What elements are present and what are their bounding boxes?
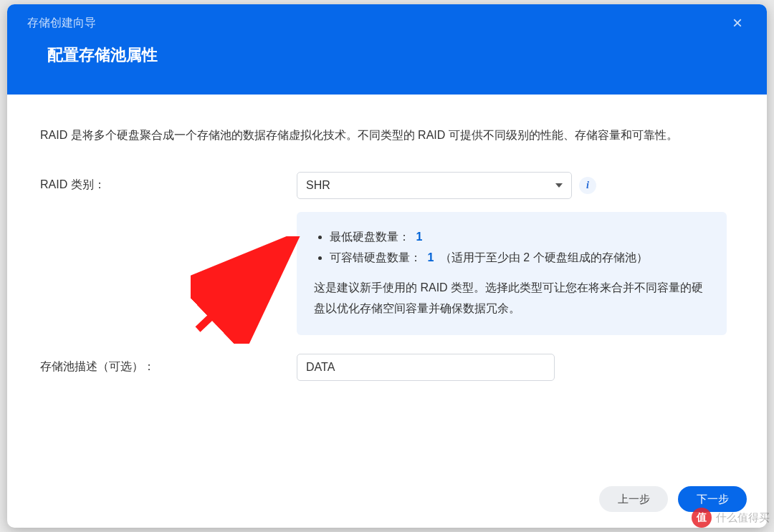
info-fault-note: （适用于至少由 2 个硬盘组成的存储池）	[440, 251, 648, 263]
chevron-down-icon	[555, 183, 563, 188]
page-title: 配置存储池属性	[27, 42, 747, 66]
info-fault-label: 可容错硬盘数量：	[330, 251, 421, 263]
raid-type-select[interactable]: SHR	[297, 172, 572, 199]
desc-control	[297, 354, 734, 381]
desc-label: 存储池描述（可选）：	[40, 354, 297, 374]
raid-row: RAID 类别： SHR i 最低硬盘数量： 1 可容错硬盘数量：	[40, 172, 734, 335]
desc-row: 存储池描述（可选）：	[40, 354, 734, 381]
raid-selected-value: SHR	[306, 179, 330, 192]
header-top-bar: 存储创建向导 ×	[27, 4, 747, 42]
pool-description-input[interactable]	[297, 354, 555, 381]
wizard-body: RAID 是将多个硬盘聚合成一个存储池的数据存储虚拟化技术。不同类型的 RAID…	[7, 95, 767, 478]
info-fault-disks: 可容错硬盘数量： 1 （适用于至少由 2 个硬盘组成的存储池）	[330, 247, 710, 269]
wizard-header: 存储创建向导 × 配置存储池属性	[7, 4, 767, 95]
close-icon[interactable]: ×	[728, 11, 747, 34]
info-fault-value: 1	[424, 251, 436, 263]
raid-info-box: 最低硬盘数量： 1 可容错硬盘数量： 1 （适用于至少由 2 个硬盘组成的存储池…	[297, 212, 727, 335]
raid-control: SHR i 最低硬盘数量： 1 可容错硬盘数量： 1 （适用于至少由 2 个硬盘…	[297, 172, 734, 335]
info-min-disks: 最低硬盘数量： 1	[330, 226, 710, 248]
info-min-disks-label: 最低硬盘数量：	[330, 231, 410, 243]
next-button[interactable]: 下一步	[678, 486, 747, 512]
info-description: 这是建议新手使用的 RAID 类型。选择此类型可让您在将来合并不同容量的硬盘以优…	[314, 277, 710, 319]
wizard-title: 存储创建向导	[27, 16, 96, 31]
raid-label: RAID 类别：	[40, 172, 297, 193]
info-icon[interactable]: i	[579, 177, 596, 194]
info-min-disks-value: 1	[413, 231, 425, 243]
wizard-footer: 上一步 下一步	[7, 478, 767, 528]
wizard-window: 存储创建向导 × 配置存储池属性 RAID 是将多个硬盘聚合成一个存储池的数据存…	[7, 4, 767, 528]
prev-button[interactable]: 上一步	[599, 486, 668, 512]
intro-text: RAID 是将多个硬盘聚合成一个存储池的数据存储虚拟化技术。不同类型的 RAID…	[40, 126, 734, 145]
